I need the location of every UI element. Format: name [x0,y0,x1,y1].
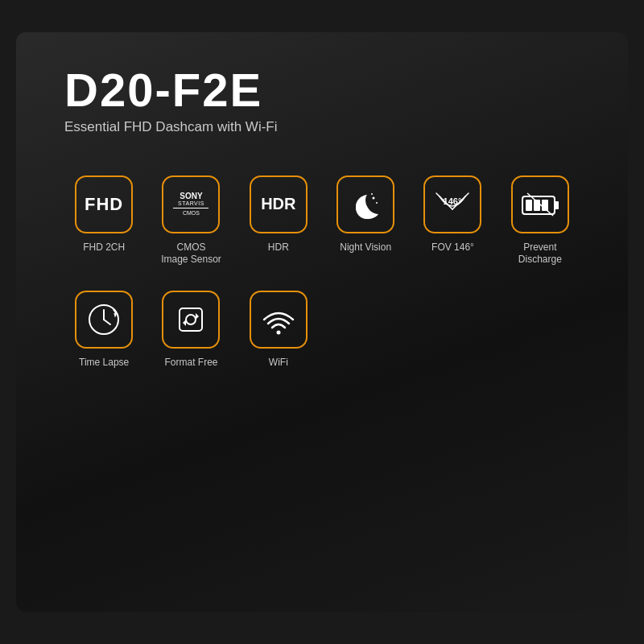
feature-cmos: SONY STARVIS CMOS CMOSImage Sensor [151,175,230,266]
prevent-discharge-label: Prevent Discharge [501,242,580,266]
svg-point-0 [373,196,375,199]
fhd-label: FHD 2CH [83,242,125,254]
svg-point-2 [371,193,373,195]
feature-format-free: Format Free [151,291,230,369]
wifi-icon-box [250,291,308,349]
night-vision-icon-box [336,175,394,233]
format-free-label: Format Free [164,357,217,369]
fhd-icon: FHD [85,194,123,215]
product-title: D20-F2E [64,64,580,116]
svg-rect-7 [555,201,559,209]
prevent-discharge-icon-box [511,175,569,233]
feature-prevent-discharge: Prevent Discharge [501,175,580,266]
svg-point-19 [276,330,280,334]
feature-fhd: FHD FHD 2CH [64,175,143,266]
feature-wifi: WiFi [239,291,318,369]
feature-hdr: HDR HDR [239,175,318,266]
hdr-label: HDR [268,242,289,254]
svg-line-14 [104,320,110,324]
feature-time-lapse: Time Lapse [64,291,143,369]
feature-night-vision: Night Vision [326,175,405,266]
svg-marker-17 [196,313,199,320]
wifi-label: WiFi [269,357,288,369]
wifi-icon [261,303,296,336]
feature-fov: 146° FOV 146° [413,175,492,266]
product-header: D20-F2E Essential FHD Dashcam with Wi-Fi [64,64,580,135]
battery-icon [521,188,559,221]
hdr-icon: HDR [261,195,295,213]
hdr-icon-box: HDR [250,175,308,233]
clock-icon [86,302,122,337]
format-free-icon-box [162,291,220,349]
product-subtitle: Essential FHD Dashcam with Wi-Fi [64,119,580,135]
svg-text:146°: 146° [444,196,462,206]
cmos-icon-box: SONY STARVIS CMOS [162,175,220,233]
product-card: D20-F2E Essential FHD Dashcam with Wi-Fi… [16,32,628,612]
cmos-label: CMOSImage Sensor [161,242,221,266]
features-row-2: Time Lapse Format Free [64,291,580,369]
svg-rect-8 [526,200,532,211]
fov-label: FOV 146° [431,242,474,254]
time-lapse-label: Time Lapse [79,357,129,369]
night-vision-label: Night Vision [340,242,391,254]
time-lapse-icon-box [75,291,133,349]
svg-point-1 [376,202,378,204]
moon-icon [349,188,382,221]
format-free-icon [173,302,208,337]
svg-rect-16 [180,308,202,331]
fhd-icon-box: FHD [75,175,133,233]
fov-icon: 146° [433,187,472,222]
sony-starvis-icon: SONY STARVIS CMOS [173,192,208,216]
svg-marker-18 [183,320,186,326]
features-row-1: FHD FHD 2CH SONY STARVIS CMOS CMOSImage … [64,175,580,266]
fov-icon-box: 146° [423,175,481,233]
